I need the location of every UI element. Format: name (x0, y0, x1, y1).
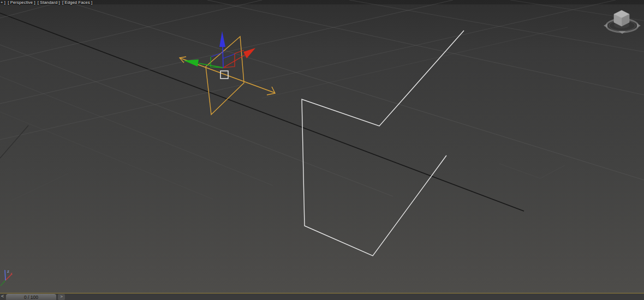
grid-edge-dark-line (0, 125, 28, 158)
grid-line (0, 76, 273, 185)
viewport-menu-shading-per-view[interactable]: [ Standard ] (38, 0, 60, 5)
orange-arrow-head-right (267, 87, 275, 95)
gizmo-plane-handle-red[interactable] (235, 50, 244, 53)
world-axis-z (5, 270, 5, 280)
gizmo-y-arrowhead[interactable] (184, 59, 199, 67)
viewport-scene: zx (0, 0, 644, 300)
time-slider-handle[interactable]: 0 / 100 (6, 294, 56, 300)
grid-line (28, 85, 71, 125)
viewport-menu-pov[interactable]: [ Perspective ] (8, 0, 35, 5)
viewport-label: + ] [ Perspective ] [ Standard ] [ Edged… (1, 0, 92, 5)
grid-line (0, 0, 616, 140)
time-slider-bar: < 0 / 100 > (0, 293, 644, 300)
white-spline-object[interactable] (302, 31, 464, 256)
max-viewport[interactable]: zx + ] [ Perspective ] [ Standard ] [ Ed… (0, 0, 644, 300)
next-frame-button[interactable]: > (58, 294, 65, 300)
grid-line (349, 0, 644, 52)
grid-line (62, 0, 644, 180)
viewcube-east-tab[interactable] (637, 23, 641, 28)
grid-line (11, 173, 68, 201)
grid-corner-line (499, 164, 540, 178)
gizmo-z-axis[interactable] (223, 46, 223, 68)
gizmo-z-arrowhead[interactable] (219, 31, 225, 47)
viewport-menu-shading-mode[interactable]: [ Edged Faces ] (62, 0, 93, 5)
world-axis-z-label: z (7, 269, 9, 274)
gizmo-plane-handle-blue[interactable] (223, 54, 235, 58)
grid-line (207, 0, 644, 95)
grid-line (0, 45, 393, 196)
viewport-menu-general[interactable]: + ] (1, 0, 5, 5)
gizmo-plane-handle-red[interactable] (223, 53, 235, 68)
grid-line (262, 27, 568, 98)
time-slider-track[interactable]: < 0 / 100 > (0, 293, 644, 300)
grid-axis-dark-line (0, 13, 524, 211)
grid-line (0, 112, 213, 199)
viewcube-west-tab[interactable] (604, 23, 607, 28)
grid-corner-line (540, 165, 565, 178)
pivot-point-marker (220, 71, 228, 79)
world-axis-y (1, 280, 5, 286)
previous-frame-button[interactable]: < (1, 293, 4, 299)
world-axis-x-label: x (10, 272, 13, 275)
